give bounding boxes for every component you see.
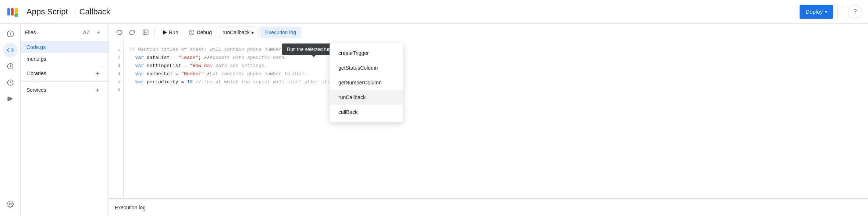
svg-rect-14: [144, 30, 147, 32]
exec-log-label: Execution log: [265, 29, 296, 35]
file-panel-header: Files AZ ＋: [21, 24, 108, 41]
add-service-icon: ＋: [94, 86, 101, 94]
line-numbers: 1 2 3 4 5 6: [109, 41, 124, 198]
app-logo: S: [6, 5, 19, 18]
run-label: Run: [169, 29, 178, 35]
deploy-chevron-icon: ▾: [825, 9, 827, 14]
files-title: Files: [25, 29, 81, 35]
deploy-button[interactable]: Deploy ▾: [800, 5, 833, 19]
sort-icon: AZ: [83, 29, 90, 35]
dropdown-label-getNumberColumn: getNumberColumn: [338, 80, 382, 86]
svg-rect-2: [11, 8, 14, 15]
libraries-section: Libraries ＋: [21, 65, 108, 81]
header: S Apps Script Callback Deploy ▾ ?: [0, 0, 868, 24]
code-editor[interactable]: 1 2 3 4 5 6 // Mention titles of sheet: …: [109, 41, 868, 198]
dropdown-item-runCallback[interactable]: runCallback: [330, 90, 403, 105]
dropdown-label-runCallback: runCallback: [338, 94, 366, 100]
dropdown-label-getStatusColumn: getStatusColumn: [338, 65, 378, 71]
add-library-icon: ＋: [94, 69, 101, 78]
file-label-code-gs: Code.gs: [26, 44, 46, 50]
undo-button[interactable]: [113, 27, 125, 38]
debug-button[interactable]: Debug: [184, 27, 216, 38]
sidebar-icon-info[interactable]: i: [3, 27, 18, 41]
svg-point-12: [9, 203, 11, 205]
header-right-divider: [837, 5, 838, 18]
execution-log-bar: Execution log: [109, 198, 868, 216]
app-name: Apps Script: [26, 7, 68, 17]
svg-text:S: S: [15, 15, 17, 17]
dropdown-label-callBack: callBack: [338, 109, 357, 115]
editor-area: Run Debug runCallback ▾ Execution log Ru…: [109, 24, 868, 216]
svg-rect-13: [143, 30, 148, 35]
dropdown-item-getStatusColumn[interactable]: getStatusColumn: [330, 60, 403, 75]
sort-files-button[interactable]: AZ: [81, 27, 92, 38]
help-button[interactable]: ?: [848, 5, 862, 19]
function-name: runCallback: [223, 29, 250, 35]
function-dropdown-menu: createTrigger getStatusColumn getNumberC…: [330, 43, 403, 122]
services-section: Services ＋: [21, 81, 108, 98]
svg-marker-16: [163, 30, 167, 35]
execution-log-label: Execution log: [115, 205, 146, 210]
dropdown-label-createTrigger: createTrigger: [338, 50, 369, 56]
dropdown-item-getNumberColumn[interactable]: getNumberColumn: [330, 75, 403, 90]
project-name: Callback: [79, 7, 110, 17]
redo-button[interactable]: [127, 27, 138, 38]
function-dropdown-icon: ▾: [251, 29, 254, 35]
add-file-button[interactable]: ＋: [92, 27, 104, 38]
sidebar-icon-history[interactable]: [3, 59, 18, 74]
file-label-menu-gs: menu.gs: [26, 56, 46, 62]
file-item-code-gs[interactable]: Code.gs: [21, 41, 108, 53]
svg-rect-1: [7, 8, 10, 15]
svg-rect-15: [144, 32, 147, 34]
sidebar-icon-run[interactable]: [3, 91, 18, 106]
svg-text:i: i: [10, 32, 11, 36]
file-panel: Files AZ ＋ Code.gs menu.gs Libraries ＋ S…: [21, 24, 109, 216]
debug-label: Debug: [197, 29, 212, 35]
libraries-label: Libraries: [26, 70, 46, 76]
exec-log-button[interactable]: Execution log: [260, 27, 301, 38]
main-layout: i Files AZ ＋ Code.g: [0, 24, 868, 216]
save-button[interactable]: [140, 27, 152, 38]
sidebar-icon-triggers[interactable]: [3, 75, 18, 90]
sidebar-icon-panel: i: [0, 24, 21, 216]
sidebar-icon-code[interactable]: [3, 43, 18, 58]
sidebar-icon-settings[interactable]: [3, 197, 18, 212]
add-icon: ＋: [96, 29, 101, 36]
services-label: Services: [26, 87, 46, 93]
help-icon: ?: [854, 8, 857, 15]
dropdown-item-createTrigger[interactable]: createTrigger: [330, 46, 403, 60]
add-service-button[interactable]: ＋: [92, 85, 103, 95]
apps-script-logo-icon: S: [6, 5, 19, 18]
run-button[interactable]: Run: [158, 27, 183, 38]
function-selector[interactable]: runCallback ▾: [218, 27, 259, 38]
file-item-menu-gs[interactable]: menu.gs: [21, 53, 108, 65]
add-library-button[interactable]: ＋: [92, 68, 103, 79]
svg-rect-11: [7, 97, 8, 101]
code-content[interactable]: // Mention titles of sheet: will contain…: [124, 41, 868, 198]
editor-toolbar: Run Debug runCallback ▾ Execution log: [109, 24, 868, 41]
header-divider: [75, 6, 75, 17]
deploy-label: Deploy: [805, 8, 823, 15]
dropdown-item-callBack[interactable]: callBack: [330, 105, 403, 119]
toolbar-divider-1: [154, 28, 155, 37]
